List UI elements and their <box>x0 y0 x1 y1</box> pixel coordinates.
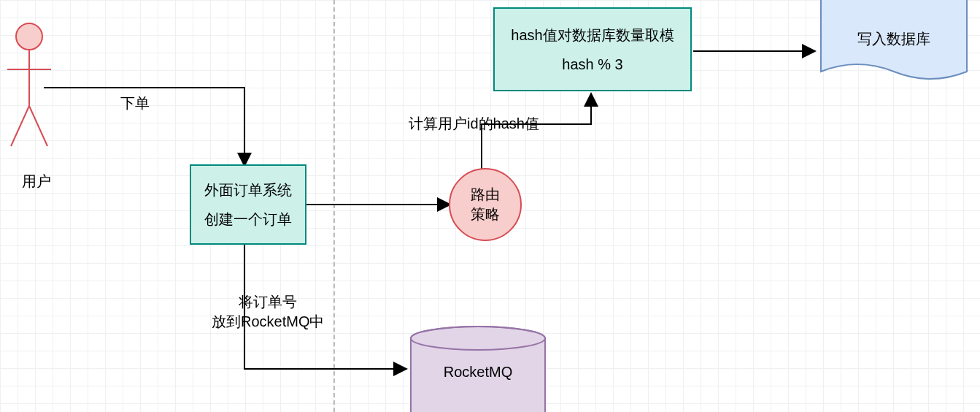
rocketmq-cylinder: RocketMQ <box>409 325 547 412</box>
svg-point-0 <box>16 23 42 50</box>
label-place-order: 下单 <box>120 94 150 113</box>
order-system-box: 外面订单系统 创建一个订单 <box>190 164 306 245</box>
label-put-order-mq-line2: 放到RocketMQ中 <box>212 312 324 332</box>
vertical-divider <box>333 0 335 412</box>
rocketmq-label: RocketMQ <box>409 364 547 381</box>
hash-line2: hash % 3 <box>508 50 677 79</box>
order-system-line1: 外面订单系统 <box>204 175 292 205</box>
hash-line1: hash值对数据库数量取模 <box>508 20 677 50</box>
routing-line2: 策略 <box>471 205 500 224</box>
database-label: 写入数据库 <box>817 28 971 48</box>
actor-label: 用户 <box>15 172 58 191</box>
order-system-line2: 创建一个订单 <box>204 205 292 234</box>
svg-line-3 <box>11 106 29 146</box>
database-shape: 写入数据库 <box>817 0 971 91</box>
routing-line1: 路由 <box>471 185 500 205</box>
label-hash-userid: 计算用户id的hash值 <box>409 114 539 134</box>
label-put-order-mq-line1: 将订单号 <box>212 292 324 312</box>
routing-circle: 路由 策略 <box>449 168 522 241</box>
svg-line-4 <box>29 106 47 146</box>
actor-user <box>7 22 66 156</box>
hash-box: hash值对数据库数量取模 hash % 3 <box>493 7 692 91</box>
label-put-order-mq: 将订单号 放到RocketMQ中 <box>212 292 324 332</box>
